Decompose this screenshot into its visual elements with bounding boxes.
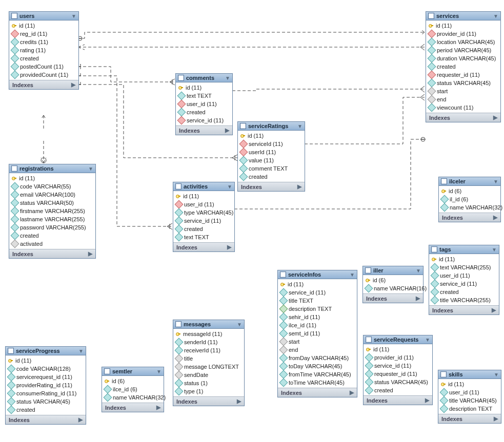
table-header[interactable]: services▼	[426, 12, 500, 20]
column-row[interactable]: description TEXT	[278, 305, 357, 313]
collapse-icon[interactable]: ▼	[156, 369, 162, 374]
column-row[interactable]: created	[238, 173, 305, 181]
table-header[interactable]: semtler▼	[102, 367, 164, 376]
indexes-section[interactable]: Indexes▶	[278, 388, 357, 397]
collapse-icon[interactable]: ▼	[227, 184, 232, 190]
column-row[interactable]: id (11)	[9, 22, 78, 30]
column-row[interactable]: userId (11)	[238, 148, 305, 156]
table-header[interactable]: tags▼	[429, 245, 499, 254]
column-row[interactable]: name VARCHAR(32)	[439, 203, 500, 212]
column-row[interactable]: fromTime VARCHAR(45)	[278, 370, 357, 378]
column-row[interactable]: service_id (11)	[278, 288, 357, 297]
table-serviceRequests[interactable]: serviceRequests▼id (11)provider_id (11)s…	[363, 335, 433, 405]
column-row[interactable]: service_id (11)	[173, 217, 234, 225]
column-row[interactable]: period VARCHAR(45)	[426, 46, 500, 54]
column-row[interactable]: id (11)	[9, 174, 95, 182]
column-row[interactable]: user_id (11)	[173, 200, 234, 208]
column-row[interactable]: status VARCHAR(45)	[426, 79, 500, 87]
expand-icon[interactable]: ▶	[156, 404, 160, 411]
table-ilceler[interactable]: ilceler▼id (6)il_id (6)name VARCHAR(32)I…	[438, 177, 501, 222]
column-row[interactable]: created	[364, 386, 432, 394]
indexes-section[interactable]: Indexes▶	[238, 182, 305, 191]
column-row[interactable]: viewcount (11)	[426, 103, 500, 112]
column-row[interactable]: code VARCHAR(128)	[6, 365, 86, 373]
indexes-section[interactable]: Indexes▶	[439, 213, 500, 222]
table-iller[interactable]: iller▼id (6)name VARCHAR(16)Indexes▶	[362, 266, 424, 303]
collapse-icon[interactable]: ▼	[494, 372, 499, 377]
indexes-section[interactable]: Indexes▶	[9, 249, 95, 258]
column-row[interactable]: service_id (11)	[176, 116, 232, 124]
expand-icon[interactable]: ▶	[492, 307, 496, 313]
indexes-section[interactable]: Indexes▶	[176, 125, 232, 135]
column-row[interactable]: duration VARCHAR(45)	[426, 54, 500, 62]
column-row[interactable]: text TEXT	[173, 233, 234, 241]
indexes-section[interactable]: Indexes▶	[173, 242, 234, 251]
column-row[interactable]: created	[426, 62, 500, 71]
column-row[interactable]: service_id (11)	[364, 362, 432, 370]
column-row[interactable]: id (11)	[176, 83, 232, 92]
indexes-section[interactable]: Indexes▶	[9, 80, 78, 89]
column-row[interactable]: receiverId (11)	[173, 346, 244, 354]
table-header[interactable]: messages▼	[173, 320, 244, 329]
column-row[interactable]: user_id (11)	[429, 271, 499, 280]
column-row[interactable]: end	[426, 95, 500, 103]
collapse-icon[interactable]: ▼	[416, 268, 421, 273]
column-row[interactable]: requester_id (11)	[364, 370, 432, 378]
expand-icon[interactable]: ▶	[493, 114, 497, 121]
indexes-section[interactable]: Indexes▶	[426, 113, 500, 122]
column-row[interactable]: type (1)	[173, 387, 244, 395]
expand-icon[interactable]: ▶	[494, 415, 498, 422]
column-row[interactable]: status VARCHAR(45)	[6, 397, 86, 406]
collapse-icon[interactable]: ▼	[88, 166, 93, 172]
column-row[interactable]: ilce_id (11)	[278, 321, 357, 329]
column-row[interactable]: provider_id (11)	[426, 30, 500, 38]
table-semtler[interactable]: semtler▼id (6)ilce_id (6)name VARCHAR(32…	[102, 367, 164, 412]
column-row[interactable]: title VARCHAR(255)	[429, 296, 499, 304]
column-row[interactable]: reg_id (11)	[9, 30, 78, 38]
column-row[interactable]: credits (11)	[9, 38, 78, 46]
collapse-icon[interactable]: ▼	[225, 75, 230, 81]
column-row[interactable]: service_id (11)	[429, 280, 499, 288]
indexes-section[interactable]: Indexes▶	[102, 403, 164, 412]
column-row[interactable]: fromDay VARCHAR(45)	[278, 354, 357, 362]
column-row[interactable]: serviceId (11)	[238, 140, 305, 148]
indexes-section[interactable]: Indexes▶	[438, 414, 501, 423]
indexes-section[interactable]: Indexes▶	[6, 415, 86, 424]
table-serviceProgress[interactable]: serviceProgress▼id (11)code VARCHAR(128)…	[5, 346, 86, 425]
column-row[interactable]: provider_id (11)	[364, 353, 432, 362]
column-row[interactable]: message LONGTEXT	[173, 363, 244, 371]
column-row[interactable]: il_id (6)	[439, 195, 500, 203]
column-row[interactable]: name VARCHAR(32)	[102, 393, 164, 402]
column-row[interactable]: start	[426, 87, 500, 95]
table-users[interactable]: users▼id (11)reg_id (11)credits (11)rati…	[9, 11, 79, 90]
column-row[interactable]: code VARCHAR(55)	[9, 182, 95, 191]
column-row[interactable]: type VARCHAR(45)	[173, 208, 234, 217]
table-header[interactable]: skills▼	[438, 370, 501, 379]
column-row[interactable]: name VARCHAR(16)	[363, 284, 423, 292]
column-row[interactable]: text TEXT	[176, 92, 232, 100]
column-row[interactable]: created	[173, 225, 234, 233]
indexes-section[interactable]: Indexes▶	[364, 395, 432, 405]
column-row[interactable]: location VARCHAR(45)	[426, 38, 500, 46]
column-row[interactable]: rating (11)	[9, 46, 78, 54]
column-row[interactable]: requester_id (11)	[426, 71, 500, 79]
table-header[interactable]: serviceProgress▼	[6, 347, 86, 355]
column-row[interactable]: end	[278, 346, 357, 354]
column-row[interactable]: activated	[9, 240, 95, 248]
column-row[interactable]: lastname VARCHAR(255)	[9, 215, 95, 223]
table-header[interactable]: registrations▼	[9, 164, 95, 173]
column-row[interactable]: id (11)	[6, 356, 86, 365]
column-row[interactable]: toDay VARCHAR(45)	[278, 362, 357, 370]
column-row[interactable]: created	[9, 54, 78, 62]
table-comments[interactable]: comments▼id (11)text TEXTuser_id (11)cre…	[175, 73, 233, 135]
column-row[interactable]: start	[278, 338, 357, 346]
column-row[interactable]: user_id (11)	[176, 100, 232, 108]
column-row[interactable]: id (11)	[238, 132, 305, 140]
table-header[interactable]: ilceler▼	[439, 177, 500, 186]
column-row[interactable]: consumerRating_id (11)	[6, 389, 86, 397]
column-row[interactable]: user_id (11)	[438, 388, 501, 396]
expand-icon[interactable]: ▶	[225, 127, 229, 134]
column-row[interactable]: ilce_id (6)	[102, 385, 164, 393]
column-row[interactable]: id (6)	[102, 377, 164, 385]
table-services[interactable]: services▼id (11)provider_id (11)location…	[426, 11, 501, 122]
